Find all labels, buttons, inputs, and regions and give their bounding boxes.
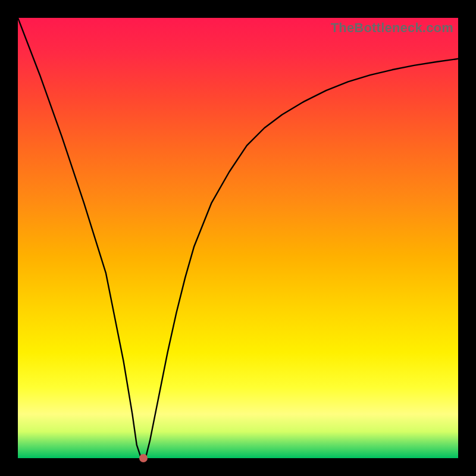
bottleneck-curve bbox=[18, 18, 458, 458]
plot-area: TheBottleneck.com bbox=[18, 18, 458, 458]
curve-path bbox=[18, 18, 458, 458]
optimum-marker bbox=[139, 454, 148, 462]
chart-frame: TheBottleneck.com bbox=[0, 0, 476, 476]
